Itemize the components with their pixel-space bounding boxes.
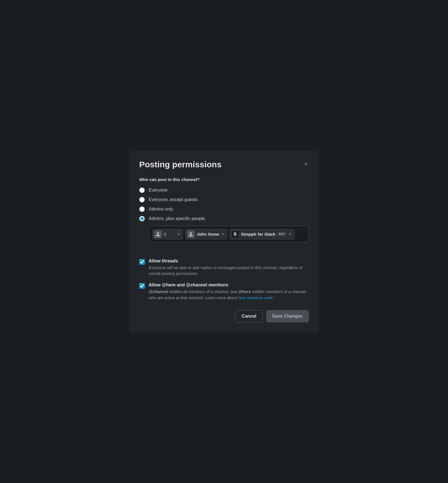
allow-mentions-option: Allow @here and @channel mentions @chann… [139, 282, 309, 301]
close-button[interactable]: × [303, 160, 309, 168]
modal-header: Posting permissions × [139, 160, 309, 169]
allow-threads-desc: Everyone will be able to add replies to … [149, 265, 309, 277]
section-question: Who can post in this channel? [139, 177, 309, 182]
radio-group: Everyone Everyone, except guests Admins … [139, 187, 309, 221]
radio-label-admins-plus: Admins, plus specific people [149, 216, 205, 221]
radio-option-admins-only[interactable]: Admins only [139, 206, 309, 212]
allow-threads-title: Allow threads [149, 259, 309, 264]
checkbox-section: Allow threads Everyone will be able to a… [139, 259, 309, 301]
app-badge: APP [277, 232, 286, 236]
allow-threads-checkbox[interactable] [139, 259, 145, 265]
save-changes-button[interactable]: Save Changes [266, 310, 309, 322]
posting-permissions-modal: Posting permissions × Who can post in th… [129, 151, 319, 332]
allow-mentions-checkbox[interactable] [139, 283, 145, 289]
radio-label-everyone: Everyone [149, 188, 168, 193]
here-mention: @here [238, 289, 251, 294]
radio-option-admins-plus[interactable]: Admins, plus specific people [139, 216, 309, 221]
person-tag-c: × [152, 229, 183, 240]
channel-mention: @channel [149, 289, 168, 294]
allow-mentions-desc: @channel notifies all members of a chann… [149, 289, 309, 301]
remove-simpplr-button[interactable]: × [288, 232, 292, 236]
svg-point-3 [190, 232, 192, 234]
allow-threads-content: Allow threads Everyone will be able to a… [149, 259, 309, 277]
person-name-john-snow: John Snow [197, 232, 219, 236]
remove-person-c-button[interactable]: × [177, 232, 180, 236]
modal-title: Posting permissions [139, 160, 221, 169]
avatar-john-snow [187, 230, 195, 238]
radio-everyone[interactable] [139, 187, 145, 193]
allow-threads-option: Allow threads Everyone will be able to a… [139, 259, 309, 277]
radio-option-everyone[interactable]: Everyone [139, 187, 309, 193]
allow-mentions-title: Allow @here and @channel mentions [149, 282, 309, 288]
modal-footer: Cancel Save Changes [139, 310, 309, 322]
simpplr-icon: S̶ [231, 230, 239, 238]
radio-option-except-guests[interactable]: Everyone, except guests [139, 197, 309, 202]
radio-label-admins-only: Admins only [149, 207, 173, 212]
app-tag-simpplr: S̶ Simpplr for Slack APP × [230, 229, 294, 240]
person-tag-john-snow: John Snow × [185, 229, 227, 240]
svg-point-1 [157, 232, 159, 234]
avatar-c [154, 230, 162, 238]
allow-mentions-content: Allow @here and @channel mentions @chann… [149, 282, 309, 301]
radio-admins-only[interactable] [139, 206, 145, 212]
cancel-button[interactable]: Cancel [235, 310, 262, 322]
mentions-desc-text-1: notifies all members of a channel, and [169, 289, 238, 294]
mentions-period: . [274, 296, 275, 300]
remove-john-snow-button[interactable]: × [221, 232, 225, 236]
how-mentions-work-link[interactable]: how mentions work [238, 296, 273, 300]
app-tag-name: Simpplr for Slack [241, 232, 275, 236]
radio-except-guests[interactable] [139, 197, 145, 202]
person-c-input[interactable] [164, 232, 175, 236]
radio-admins-plus[interactable] [139, 216, 145, 221]
people-input-box[interactable]: × John Snow × S̶ Simpplr for Slack APP × [149, 226, 309, 243]
divider [139, 250, 309, 251]
radio-label-except-guests: Everyone, except guests [149, 197, 197, 202]
